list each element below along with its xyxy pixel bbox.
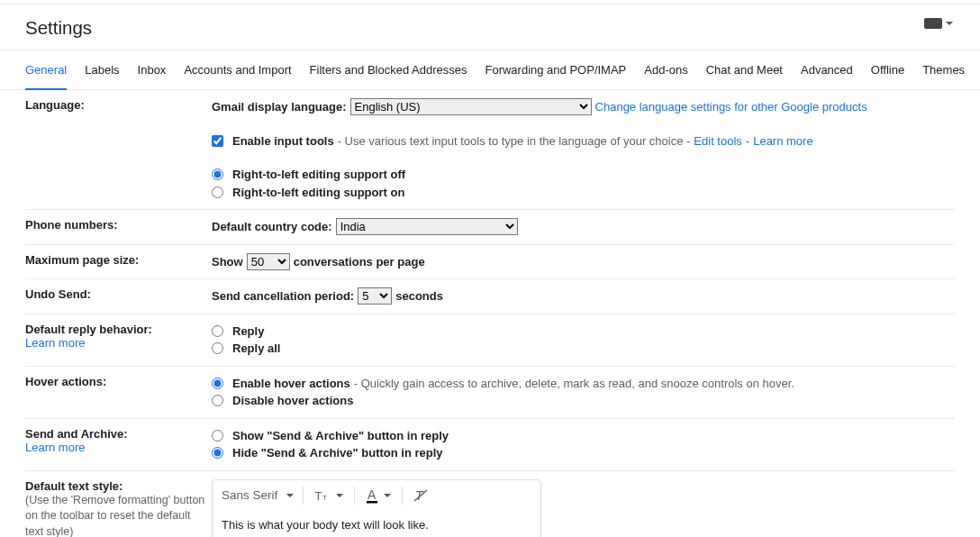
keyboard-icon	[924, 18, 942, 29]
section-text-style: Default text style: (Use the 'Remove for…	[25, 471, 955, 538]
text-color-icon: A	[366, 487, 380, 504]
disable-hover-label: Disable hover actions	[232, 392, 353, 410]
tab-offline[interactable]: Offline	[871, 50, 904, 90]
input-tools-desc: - Use various text input tools to type i…	[338, 132, 691, 150]
tab-inbox[interactable]: Inbox	[138, 50, 167, 90]
show-label: Show	[212, 253, 243, 271]
chevron-down-icon	[336, 494, 343, 497]
divider	[402, 487, 403, 505]
tab-themes[interactable]: Themes	[922, 50, 965, 90]
seconds-label: seconds	[395, 287, 443, 305]
remove-formatting-icon: T	[413, 488, 430, 503]
tab-labels[interactable]: Labels	[85, 50, 119, 90]
reply-learn-more[interactable]: Learn more	[25, 336, 212, 350]
page-title: Settings	[25, 17, 980, 39]
section-language: Language: Gmail display language: Englis…	[25, 90, 955, 210]
section-page-size: Maximum page size: Show 50 conversations…	[25, 245, 955, 280]
show-send-archive-label: Show "Send & Archive" button in reply	[232, 427, 449, 445]
enable-hover-label: Enable hover actions	[232, 375, 350, 393]
display-language-select[interactable]: English (US)	[350, 98, 592, 115]
reply-option: Reply	[232, 323, 264, 341]
tab-advanced[interactable]: Advanced	[801, 50, 853, 90]
section-hover: Hover actions: Enable hover actions - Qu…	[25, 367, 955, 419]
reply-all-radio[interactable]	[212, 342, 223, 354]
reply-all-option: Reply all	[232, 340, 280, 358]
svg-rect-3	[367, 501, 377, 504]
hover-label: Hover actions:	[25, 375, 106, 388]
display-language-label: Gmail display language:	[212, 98, 347, 116]
section-phone: Phone numbers: Default country code: Ind…	[25, 210, 955, 245]
enable-hover-radio[interactable]	[212, 378, 223, 389]
default-country-select[interactable]: India	[336, 218, 518, 235]
text-style-label: Default text style:	[25, 479, 212, 493]
edit-tools-link[interactable]: Edit tools	[694, 132, 741, 150]
enable-hover-desc: - Quickly gain access to archive, delete…	[354, 375, 794, 393]
section-undo: Undo Send: Send cancellation period: 5 s…	[25, 279, 955, 314]
undo-period-select[interactable]: 5	[358, 287, 392, 305]
undo-label: Undo Send:	[25, 287, 91, 301]
rtl-on-radio[interactable]	[212, 187, 223, 198]
send-archive-learn-more[interactable]: Learn more	[25, 441, 212, 454]
tab-general[interactable]: General	[25, 50, 67, 90]
reply-label: Default reply behavior:	[25, 323, 212, 336]
input-tools-menu[interactable]	[924, 18, 953, 29]
cancellation-period-label: Send cancellation period:	[212, 287, 354, 305]
chevron-down-icon	[384, 494, 391, 497]
text-style-hint: (Use the 'Remove formatting' button on t…	[25, 493, 212, 538]
svg-text:T: T	[315, 488, 322, 502]
page-size-label: Maximum page size:	[25, 253, 139, 267]
font-name: Sans Serif	[222, 488, 277, 502]
svg-text:T: T	[322, 493, 327, 501]
text-size-button[interactable]: T T	[313, 485, 345, 506]
settings-tabs: General Labels Inbox Accounts and Import…	[0, 50, 980, 90]
enable-input-tools-checkbox[interactable]	[212, 135, 223, 147]
send-archive-label: Send and Archive:	[25, 427, 212, 441]
rtl-off-radio[interactable]	[212, 168, 223, 180]
input-tools-learn-more[interactable]: Learn more	[753, 132, 812, 150]
tab-chat[interactable]: Chat and Meet	[706, 50, 783, 90]
hide-send-archive-radio[interactable]	[212, 447, 223, 459]
page-size-select[interactable]: 50	[247, 253, 290, 270]
tab-forwarding[interactable]: Forwarding and POP/IMAP	[485, 50, 626, 90]
divider	[303, 487, 304, 505]
text-style-editor: Sans Serif T T A	[212, 479, 541, 538]
svg-text:A: A	[368, 487, 377, 502]
conversations-label: conversations per page	[294, 253, 425, 271]
text-color-button[interactable]: A	[364, 484, 393, 507]
enable-input-tools-label: Enable input tools	[232, 132, 334, 150]
remove-formatting-button[interactable]: T	[412, 485, 431, 506]
show-send-archive-radio[interactable]	[212, 430, 223, 441]
tab-accounts[interactable]: Accounts and Import	[184, 50, 291, 90]
disable-hover-radio[interactable]	[212, 395, 223, 406]
hide-send-archive-label: Hide "Send & Archive" button in reply	[232, 444, 443, 462]
chevron-down-icon	[286, 494, 294, 497]
change-language-other-products-link[interactable]: Change language settings for other Googl…	[595, 98, 867, 116]
text-size-icon: T T	[314, 488, 332, 503]
language-label: Language:	[25, 98, 85, 112]
chevron-down-icon	[946, 22, 953, 25]
section-send-archive: Send and Archive: Learn more Show "Send …	[25, 419, 955, 471]
rtl-on-label: Right-to-left editing support on	[232, 184, 404, 202]
default-country-label: Default country code:	[212, 218, 332, 236]
phone-label: Phone numbers:	[25, 218, 118, 232]
text-style-preview: This is what your body text will look li…	[213, 511, 540, 538]
divider	[354, 487, 355, 505]
tab-filters[interactable]: Filters and Blocked Addresses	[310, 50, 467, 90]
dash: -	[746, 132, 749, 150]
settings-header: Settings	[0, 4, 980, 50]
rtl-off-label: Right-to-left editing support off	[232, 166, 405, 184]
font-select[interactable]: Sans Serif	[222, 488, 294, 502]
reply-radio[interactable]	[212, 325, 223, 337]
section-reply: Default reply behavior: Learn more Reply…	[25, 314, 955, 367]
tab-addons[interactable]: Add-ons	[644, 50, 687, 90]
